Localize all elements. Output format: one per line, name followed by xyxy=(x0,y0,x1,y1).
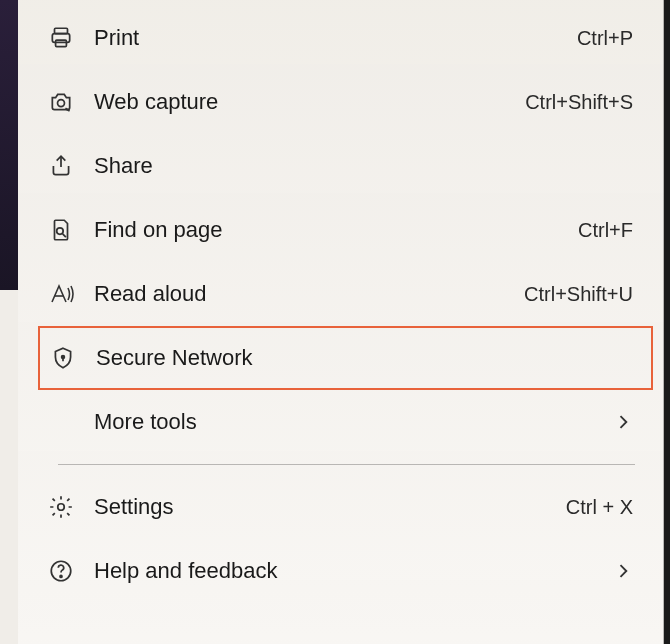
menu-item-settings[interactable]: Settings Ctrl + X xyxy=(18,475,663,539)
menu-item-label: Secure Network xyxy=(96,345,621,371)
camera-icon xyxy=(48,88,80,116)
menu-item-label: Read aloud xyxy=(94,281,524,307)
menu-item-more-tools[interactable]: More tools xyxy=(18,390,663,454)
menu-item-label: Help and feedback xyxy=(94,558,613,584)
print-icon xyxy=(48,24,80,52)
svg-rect-2 xyxy=(56,40,67,46)
menu-item-label: Settings xyxy=(94,494,566,520)
menu-item-print[interactable]: Print Ctrl+P xyxy=(18,0,663,70)
menu-item-shortcut: Ctrl+Shift+U xyxy=(524,283,633,306)
menu-item-share[interactable]: Share xyxy=(18,134,663,198)
help-icon xyxy=(48,557,80,585)
menu-item-label: More tools xyxy=(94,409,613,435)
read-aloud-icon xyxy=(48,280,80,308)
menu-item-shortcut: Ctrl+P xyxy=(577,27,633,50)
find-on-page-icon xyxy=(48,216,80,244)
chevron-right-icon xyxy=(613,561,633,581)
menu-item-help-and-feedback[interactable]: Help and feedback xyxy=(18,539,663,603)
blank-icon xyxy=(48,408,80,436)
menu-item-read-aloud[interactable]: Read aloud Ctrl+Shift+U xyxy=(18,262,663,326)
svg-point-6 xyxy=(58,504,65,511)
menu-item-label: Find on page xyxy=(94,217,578,243)
menu-item-shortcut: Ctrl + X xyxy=(566,496,633,519)
menu-item-find-on-page[interactable]: Find on page Ctrl+F xyxy=(18,198,663,262)
svg-point-3 xyxy=(58,100,65,107)
background-right-strip xyxy=(664,0,670,644)
menu-item-label: Share xyxy=(94,153,633,179)
background-left-strip xyxy=(0,0,18,290)
menu-divider xyxy=(58,464,635,465)
menu-item-label: Web capture xyxy=(94,89,525,115)
svg-point-4 xyxy=(57,228,64,235)
share-icon xyxy=(48,152,80,180)
browser-menu: Print Ctrl+P Web capture Ctrl+Shift+S Sh… xyxy=(18,0,664,644)
chevron-right-icon xyxy=(613,412,633,432)
menu-item-web-capture[interactable]: Web capture Ctrl+Shift+S xyxy=(18,70,663,134)
menu-item-shortcut: Ctrl+Shift+S xyxy=(525,91,633,114)
menu-item-shortcut: Ctrl+F xyxy=(578,219,633,242)
gear-icon xyxy=(48,493,80,521)
svg-point-8 xyxy=(60,575,62,577)
menu-item-label: Print xyxy=(94,25,577,51)
shield-icon xyxy=(50,344,82,372)
menu-item-secure-network[interactable]: Secure Network xyxy=(38,326,653,390)
svg-point-5 xyxy=(62,356,65,359)
